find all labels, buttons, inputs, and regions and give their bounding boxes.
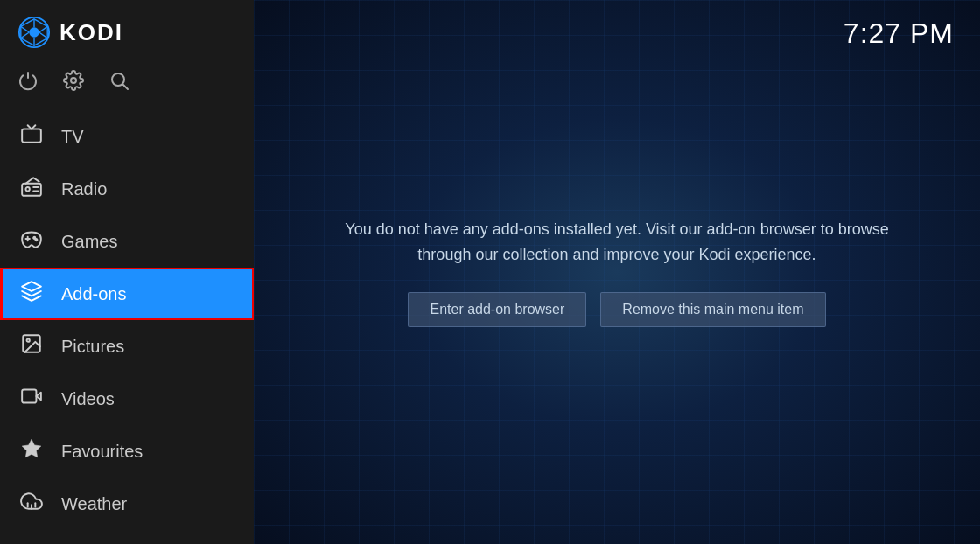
- sidebar-item-pictures[interactable]: Pictures: [0, 320, 254, 373]
- app-title: KODI: [60, 19, 123, 46]
- sidebar: KODI: [0, 0, 254, 544]
- videos-icon: [18, 385, 46, 413]
- sidebar-item-tv[interactable]: TV: [0, 110, 254, 163]
- svg-point-2: [29, 27, 38, 37]
- svg-rect-13: [22, 184, 41, 196]
- sidebar-top-icons: [0, 65, 254, 110]
- sidebar-item-pictures-label: Pictures: [61, 337, 124, 357]
- app-header: KODI: [0, 0, 254, 65]
- addon-action-buttons: Enter add-on browser Remove this main me…: [328, 292, 906, 327]
- sidebar-item-favourites-label: Favourites: [61, 442, 143, 462]
- main-content: 7:27 PM You do not have any add-ons inst…: [254, 0, 980, 544]
- sidebar-item-games-label: Games: [61, 232, 117, 252]
- sidebar-item-weather[interactable]: Weather: [0, 478, 254, 530]
- enter-addon-browser-button[interactable]: Enter add-on browser: [408, 292, 586, 327]
- weather-icon: [18, 490, 46, 518]
- sidebar-item-videos-label: Videos: [61, 389, 115, 409]
- power-icon[interactable]: [18, 71, 38, 96]
- games-icon: [18, 227, 46, 255]
- addon-empty-state: You do not have any add-ons installed ye…: [311, 217, 923, 327]
- tv-icon: [18, 122, 46, 150]
- svg-point-14: [26, 187, 30, 191]
- sidebar-item-videos[interactable]: Videos: [0, 373, 254, 425]
- addon-empty-message: You do not have any add-ons installed ye…: [328, 217, 906, 268]
- sidebar-item-radio-label: Radio: [61, 179, 107, 199]
- pictures-icon: [18, 332, 46, 360]
- svg-rect-23: [22, 389, 36, 402]
- time-display: 7:27 PM: [844, 17, 954, 50]
- svg-marker-25: [22, 439, 41, 457]
- sidebar-item-radio[interactable]: Radio: [0, 163, 254, 215]
- sidebar-item-weather-label: Weather: [61, 494, 127, 514]
- svg-line-6: [39, 32, 48, 38]
- svg-rect-12: [22, 129, 41, 143]
- svg-point-20: [35, 239, 37, 241]
- sidebar-item-games[interactable]: Games: [0, 215, 254, 268]
- sidebar-nav: TV Radio: [0, 110, 254, 530]
- radio-icon: [18, 175, 46, 203]
- svg-line-11: [123, 85, 129, 90]
- remove-menu-item-button[interactable]: Remove this main menu item: [600, 292, 825, 327]
- svg-line-4: [21, 32, 30, 38]
- kodi-logo-icon: [18, 16, 51, 49]
- svg-point-9: [71, 78, 76, 83]
- svg-point-22: [27, 339, 30, 342]
- sidebar-item-addons[interactable]: Add-ons: [0, 268, 254, 320]
- settings-icon[interactable]: [63, 70, 84, 96]
- favourites-icon: [18, 437, 46, 465]
- addons-icon: [18, 280, 46, 308]
- svg-line-5: [39, 26, 48, 32]
- sidebar-item-tv-label: TV: [61, 127, 84, 147]
- sidebar-item-favourites[interactable]: Favourites: [0, 425, 254, 478]
- svg-line-3: [21, 26, 30, 32]
- sidebar-item-addons-label: Add-ons: [61, 284, 127, 304]
- search-icon[interactable]: [108, 70, 130, 96]
